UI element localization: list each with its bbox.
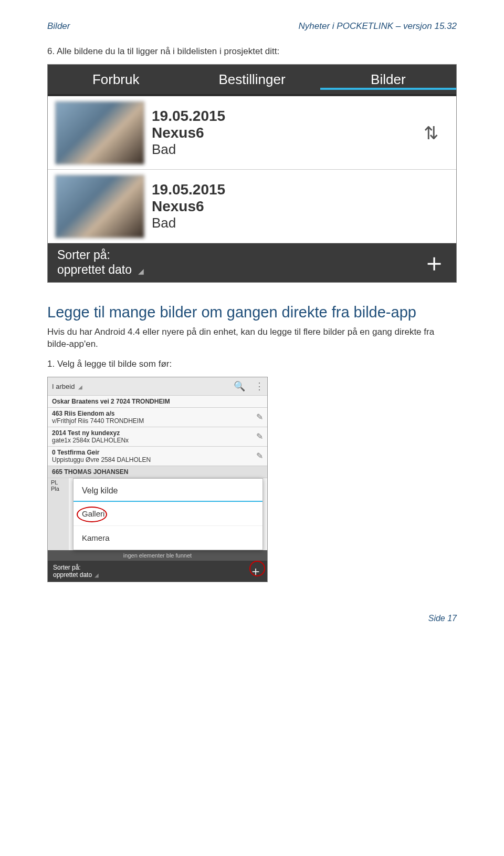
- item-device: Nexus6: [152, 198, 449, 215]
- sort-label-line2: opprettet dato: [57, 263, 132, 276]
- add-button[interactable]: ＋: [249, 563, 262, 580]
- table-row[interactable]: 463 Riis Eiendom a/s v/Frithjof Riis 744…: [48, 408, 267, 427]
- thumbnail-image: [55, 101, 144, 164]
- table-row[interactable]: 665 THOMAS JOHANSEN: [48, 466, 267, 478]
- list-item-text: 19.05.2015 Nexus6 Bad: [152, 181, 449, 231]
- empty-message: ingen elementer ble funnet: [48, 550, 267, 561]
- section-heading: Legge til mange bilder om gangen direkte…: [47, 304, 457, 321]
- dialog-title: Velg kilde: [74, 479, 262, 502]
- step-6-text: 6. Alle bildene du la til ligger nå i bi…: [47, 46, 457, 57]
- sort-label-line1: Sorter på:: [53, 564, 99, 571]
- footer-bar: Sorter på: opprettet dato ◢ ＋: [48, 561, 267, 582]
- table-row[interactable]: Oskar Braatens vei 2 7024 TRONDHEIM: [48, 396, 267, 408]
- row-fragment: PL: [51, 479, 66, 486]
- row-line1: 2014 Test ny kundexyz: [52, 429, 256, 437]
- row-line1: 463 Riis Eiendom a/s: [52, 410, 256, 417]
- thumbnail-image: [55, 175, 144, 238]
- add-button[interactable]: ＋: [422, 246, 447, 280]
- sort-label-line2: opprettet dato: [53, 571, 92, 579]
- screenshot-velg-kilde: I arbeid ◢ 🔍 ⋮ Oskar Braatens vei 2 7024…: [47, 377, 268, 582]
- item-date: 19.05.2015: [152, 181, 449, 198]
- sort-button[interactable]: Sorter på: opprettet dato ◢: [53, 564, 99, 579]
- annotation-circle-icon: [249, 561, 265, 576]
- screenshot-bildeliste: Forbruk Bestillinger Bilder 19.05.2015 N…: [47, 64, 457, 283]
- dropdown-triangle-icon: ◢: [94, 572, 99, 578]
- dropdown-triangle-icon: ◢: [138, 267, 144, 275]
- dropdown-triangle-icon: ◢: [78, 384, 82, 390]
- row-line2: v/Frithjof Riis 7440 TRONDHEIM: [52, 417, 256, 425]
- edit-icon[interactable]: ✎: [256, 431, 263, 441]
- list-item[interactable]: 19.05.2015 Nexus6 Bad: [48, 170, 456, 243]
- tab-forbruk[interactable]: Forbruk: [48, 71, 184, 88]
- item-date: 19.05.2015: [152, 108, 416, 125]
- item-room: Bad: [152, 141, 416, 158]
- tab-bestillinger[interactable]: Bestillinger: [184, 71, 320, 88]
- status-dropdown[interactable]: I arbeid ◢: [52, 381, 82, 391]
- section-paragraph: Hvis du har Android 4.4 eller nyere på d…: [47, 326, 457, 350]
- tab-bilder[interactable]: Bilder: [320, 71, 456, 90]
- page-number: Side 17: [47, 614, 457, 623]
- table-row[interactable]: 0 Testfirma Geir Uppistuggu Øvre 2584 DA…: [48, 447, 267, 466]
- sort-label-line1: Sorter på:: [57, 248, 144, 263]
- dialog-option-kamera[interactable]: Kamera: [74, 525, 262, 550]
- row-line2: Uppistuggu Øvre 2584 DALHOLEN: [52, 456, 256, 463]
- header-right: Nyheter i POCKETLINK – versjon 15.32: [299, 21, 457, 32]
- row-line1: 0 Testfirma Geir: [52, 449, 256, 456]
- edit-icon[interactable]: ✎: [256, 412, 263, 422]
- row-line1: Oskar Braatens vei 2 7024 TRONDHEIM: [52, 398, 263, 405]
- header-left: Bilder: [47, 21, 70, 32]
- toolbar: I arbeid ◢ 🔍 ⋮: [48, 377, 267, 396]
- table-row[interactable]: 2014 Test ny kundexyz gate1x 2584x DALHO…: [48, 427, 267, 447]
- item-device: Nexus6: [152, 125, 416, 141]
- reorder-icon[interactable]: ⇅: [424, 122, 449, 143]
- dialog-velg-kilde: Velg kilde Galleri Kamera: [73, 478, 263, 550]
- sort-button[interactable]: Sorter på: opprettet dato ◢: [57, 248, 144, 277]
- step-1-text: 1. Velg å legge til bilde som før:: [47, 359, 457, 369]
- annotation-circle-icon: [77, 507, 107, 522]
- row-line1: 665 THOMAS JOHANSEN: [52, 468, 263, 476]
- row-line2: gate1x 2584x DALHOLENx: [52, 437, 256, 444]
- list-item[interactable]: 19.05.2015 Nexus6 Bad ⇅: [48, 96, 456, 170]
- footer-bar: Sorter på: opprettet dato ◢ ＋: [48, 243, 456, 282]
- list-item-text: 19.05.2015 Nexus6 Bad: [152, 108, 416, 158]
- tab-bar: Forbruk Bestillinger Bilder: [48, 65, 456, 96]
- overflow-menu-icon[interactable]: ⋮: [255, 380, 263, 392]
- search-icon[interactable]: 🔍: [234, 380, 245, 392]
- row-fragment: Pla: [51, 486, 66, 492]
- edit-icon[interactable]: ✎: [256, 451, 263, 461]
- item-room: Bad: [152, 215, 449, 231]
